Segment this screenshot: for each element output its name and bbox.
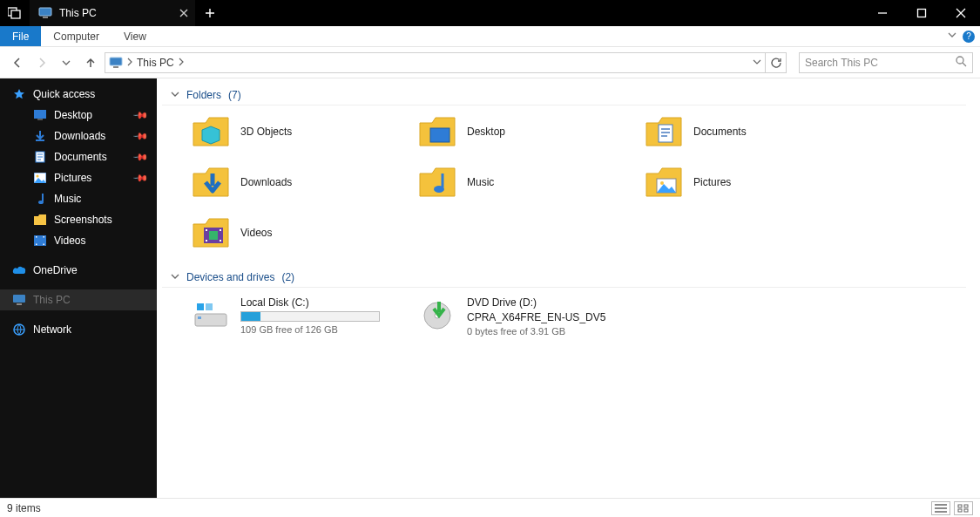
sidebar-label: Videos — [54, 235, 85, 247]
chevron-right-icon[interactable] — [178, 57, 185, 69]
star-icon — [12, 87, 26, 101]
folder-documents[interactable]: Documents — [645, 114, 871, 149]
pin-icon: 📌 — [132, 148, 148, 165]
breadcrumb-this-pc[interactable]: This PC — [137, 57, 174, 69]
help-icon[interactable]: ? — [963, 31, 975, 43]
sidebar-item-pictures[interactable]: Pictures 📌 — [0, 167, 157, 188]
svg-point-14 — [38, 201, 44, 204]
search-icon[interactable] — [955, 55, 967, 70]
sidebar-label: Screenshots — [54, 214, 112, 226]
back-button[interactable] — [7, 52, 28, 73]
pin-icon: 📌 — [132, 106, 148, 123]
ribbon-view-label: View — [124, 31, 146, 43]
breadcrumb[interactable]: This PC — [105, 52, 766, 73]
onedrive-icon — [12, 263, 26, 277]
task-view-icon[interactable] — [0, 0, 30, 26]
folder-pictures[interactable]: Pictures — [645, 165, 871, 200]
sidebar-item-desktop[interactable]: Desktop 📌 — [0, 105, 157, 126]
refresh-button[interactable] — [766, 52, 787, 73]
navigation-pane: Quick access Desktop 📌 Downloads 📌 Docum… — [0, 78, 157, 498]
svg-rect-20 — [13, 295, 25, 303]
group-count: (2) — [281, 271, 294, 283]
up-button[interactable] — [80, 52, 101, 73]
folder-label: Desktop — [467, 126, 505, 138]
svg-rect-4 — [917, 10, 925, 17]
svg-rect-36 — [197, 303, 204, 310]
new-tab-button[interactable] — [195, 0, 225, 26]
svg-rect-5 — [110, 58, 122, 65]
folder-label: Videos — [240, 227, 272, 239]
svg-point-25 — [434, 186, 444, 193]
sidebar-label: Pictures — [54, 172, 91, 184]
music-icon — [33, 192, 47, 206]
ribbon-tab-computer[interactable]: Computer — [41, 26, 112, 46]
svg-rect-16 — [36, 236, 37, 238]
drive-local-disk-c[interactable]: Local Disk (C:) 109 GB free of 126 GB — [192, 296, 418, 337]
recent-locations-button[interactable] — [56, 52, 77, 73]
documents-icon — [33, 150, 47, 164]
close-tab-icon[interactable] — [179, 9, 188, 17]
title-bar: This PC — [0, 0, 980, 26]
svg-rect-37 — [206, 303, 213, 310]
sidebar-item-screenshots[interactable]: Screenshots — [0, 209, 157, 230]
svg-rect-6 — [113, 66, 118, 68]
forward-button[interactable] — [31, 52, 52, 73]
chevron-right-icon[interactable] — [126, 57, 133, 69]
svg-point-27 — [660, 181, 664, 185]
ribbon-tab-file[interactable]: File — [0, 26, 41, 46]
sidebar-item-music[interactable]: Music — [0, 188, 157, 209]
svg-rect-1 — [11, 10, 20, 18]
folder-icon — [192, 215, 230, 250]
svg-rect-18 — [44, 236, 45, 238]
svg-rect-17 — [36, 244, 37, 246]
sidebar-label: This PC — [33, 294, 71, 306]
svg-rect-34 — [195, 314, 226, 326]
folder-label: Documents — [693, 126, 747, 138]
this-pc-icon — [38, 6, 52, 20]
sidebar-label: Documents — [54, 151, 107, 163]
folder-icon — [418, 165, 456, 200]
folder-icon — [645, 114, 683, 149]
sidebar-item-documents[interactable]: Documents 📌 — [0, 146, 157, 167]
view-large-icons-button[interactable] — [954, 501, 973, 515]
close-button[interactable] — [941, 0, 980, 26]
svg-point-7 — [956, 57, 963, 64]
ribbon-tab-view[interactable]: View — [112, 26, 159, 46]
sidebar-item-downloads[interactable]: Downloads 📌 — [0, 126, 157, 146]
address-dropdown-icon[interactable] — [753, 57, 761, 69]
minimize-button[interactable] — [862, 0, 902, 26]
network-icon — [12, 323, 26, 337]
maximize-button[interactable] — [902, 0, 941, 26]
view-details-button[interactable] — [931, 501, 950, 515]
folder-downloads[interactable]: Downloads — [192, 165, 418, 200]
search-input[interactable] — [805, 57, 944, 69]
folder-music[interactable]: Music — [418, 165, 645, 200]
pictures-icon — [33, 171, 47, 185]
folder-videos[interactable]: Videos — [192, 215, 418, 250]
sidebar-item-onedrive[interactable]: OneDrive — [0, 260, 157, 281]
folder-3d-objects[interactable]: 3D Objects — [192, 114, 418, 149]
ribbon-computer-label: Computer — [53, 31, 99, 43]
svg-rect-21 — [17, 303, 22, 305]
svg-rect-9 — [37, 119, 43, 120]
folder-icon — [418, 114, 456, 149]
tab-title: This PC — [59, 7, 97, 19]
tab-this-pc[interactable]: This PC — [30, 0, 195, 26]
drive-dvd-d[interactable]: DVD Drive (D:) CPRA_X64FRE_EN-US_DV5 0 b… — [418, 296, 645, 337]
sidebar-item-quick-access[interactable]: Quick access — [0, 84, 157, 105]
sidebar-item-network[interactable]: Network — [0, 319, 157, 340]
sidebar-item-this-pc[interactable]: This PC — [0, 289, 157, 310]
svg-rect-19 — [44, 244, 45, 246]
ribbon-collapse-icon[interactable] — [947, 30, 957, 43]
sidebar-label: Music — [54, 193, 81, 205]
search-box[interactable] — [799, 52, 973, 73]
drive-subtitle: 0 bytes free of 3.91 GB — [467, 326, 605, 337]
sidebar-label: Downloads — [54, 130, 105, 142]
group-title: Folders — [186, 89, 221, 101]
ribbon: File Computer View ? — [0, 26, 980, 47]
folder-desktop[interactable]: Desktop — [418, 114, 645, 149]
group-header-drives[interactable]: Devices and drives (2) — [162, 268, 966, 288]
sidebar-item-videos[interactable]: Videos — [0, 230, 157, 251]
group-header-folders[interactable]: Folders (7) — [162, 85, 966, 105]
hdd-icon — [192, 296, 230, 331]
